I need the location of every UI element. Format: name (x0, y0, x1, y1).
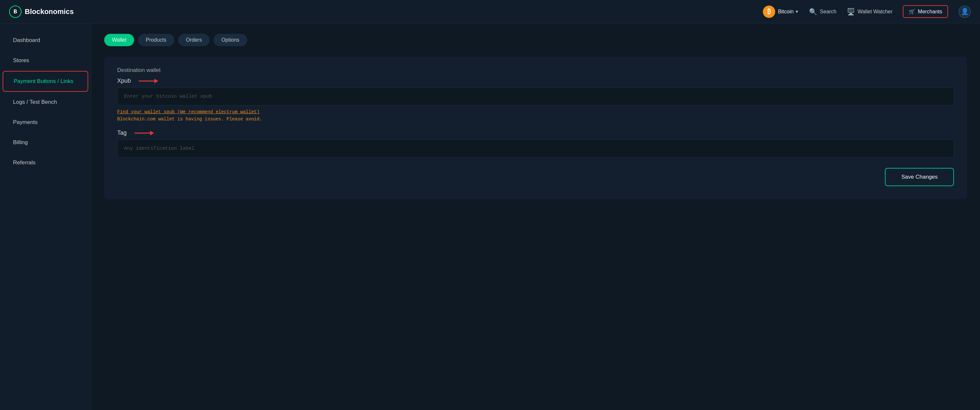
logo-area: B Blockonomics (9, 6, 73, 18)
sidebar-item-dashboard[interactable]: Dashboard (3, 30, 88, 50)
header-nav: ₿ Bitcoin ▼ 🔍 Search 🖥️ Wallet Watcher 🛒… (763, 5, 971, 18)
main-layout: Dashboard Stores Payment Buttons / Links… (0, 24, 980, 410)
save-button-area: Save Changes (117, 168, 954, 186)
xpub-input[interactable] (117, 87, 954, 105)
tab-options[interactable]: Options (213, 34, 247, 46)
xpub-label: Xpub (117, 78, 131, 84)
app-title: Blockonomics (25, 8, 73, 16)
save-changes-button[interactable]: Save Changes (885, 168, 954, 186)
header: B Blockonomics ₿ Bitcoin ▼ 🔍 Search 🖥️ W… (0, 0, 980, 24)
tag-label: Tag (117, 130, 127, 136)
section-title: Destination wallet (117, 67, 954, 73)
bitcoin-label: Bitcoin ▼ (778, 9, 799, 14)
logo-icon: B (9, 6, 21, 18)
merchants-cart-icon: 🛒 (909, 8, 915, 14)
wallet-watcher-label: Wallet Watcher (858, 9, 892, 14)
wallet-watcher-icon: 🖥️ (847, 8, 855, 16)
tab-wallet[interactable]: Wallet (104, 34, 134, 46)
sidebar-item-logs[interactable]: Logs / Test Bench (3, 92, 88, 112)
xpub-link[interactable]: Find your wallet xpub (We recommend elec… (117, 109, 954, 114)
user-avatar[interactable]: 👤 (959, 6, 971, 18)
sidebar: Dashboard Stores Payment Buttons / Links… (0, 24, 91, 410)
merchants-label: Merchants (918, 9, 942, 14)
tab-products[interactable]: Products (138, 34, 174, 46)
chevron-down-icon: ▼ (795, 10, 799, 14)
sidebar-item-billing[interactable]: Billing (3, 133, 88, 152)
bitcoin-selector[interactable]: ₿ Bitcoin ▼ (763, 6, 799, 18)
search-icon: 🔍 (809, 8, 817, 16)
tag-arrow-annotation (134, 131, 154, 135)
user-icon: 👤 (961, 8, 969, 16)
sidebar-item-payments[interactable]: Payments (3, 113, 88, 132)
merchants-button[interactable]: 🛒 Merchants (903, 5, 948, 18)
tag-label-row: Tag (117, 130, 954, 136)
search-nav-item[interactable]: 🔍 Search (809, 8, 837, 16)
sidebar-item-stores[interactable]: Stores (3, 51, 88, 70)
xpub-label-row: Xpub (117, 78, 954, 84)
main-content: Wallet Products Orders Options Destinati… (91, 24, 980, 410)
xpub-arrow-annotation (139, 79, 158, 83)
tag-input[interactable] (117, 140, 954, 157)
wallet-watcher-nav-item[interactable]: 🖥️ Wallet Watcher (847, 8, 892, 16)
bitcoin-icon: ₿ (763, 6, 775, 18)
search-label: Search (820, 9, 837, 14)
sidebar-item-payment-buttons[interactable]: Payment Buttons / Links (3, 71, 88, 92)
tab-orders[interactable]: Orders (178, 34, 210, 46)
wallet-form-section: Destination wallet Xpub Find your wallet… (104, 57, 967, 199)
sidebar-item-referrals[interactable]: Referrals (3, 153, 88, 172)
xpub-warning: Blockchain.com wallet is having issues. … (117, 116, 954, 122)
tabs: Wallet Products Orders Options (104, 34, 967, 46)
